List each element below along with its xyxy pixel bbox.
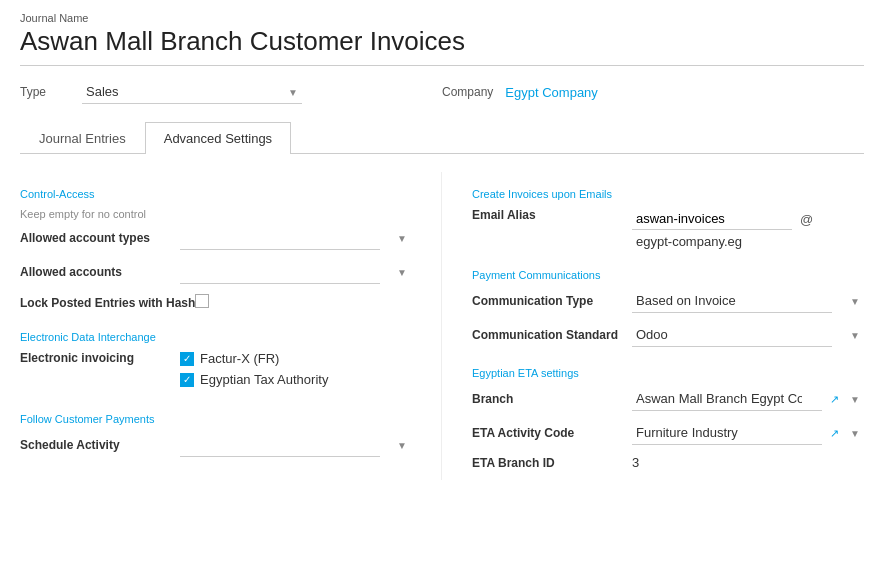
electronic-invoicing-label: Electronic invoicing: [20, 351, 180, 365]
branch-row: Branch Aswan Mall Branch Egypt Company ▼…: [472, 387, 864, 411]
eta-branch-id-value: 3: [632, 455, 864, 470]
communication-type-select-wrapper[interactable]: Based on Invoice ▼: [632, 289, 864, 313]
company-label: Company: [442, 85, 493, 99]
allowed-accounts-label: Allowed accounts: [20, 265, 180, 279]
email-alias-row: Email Alias @ egypt-company.eg: [472, 208, 864, 249]
control-access-section: Control-Access Keep empty for no control…: [20, 188, 411, 311]
allowed-accounts-select[interactable]: [180, 260, 380, 284]
top-fields: Type Sales ▼ Company Egypt Company: [20, 80, 864, 104]
journal-title: Aswan Mall Branch Customer Invoices: [20, 26, 864, 66]
lock-posted-value: [195, 294, 411, 311]
eta-row: Egyptian Tax Authority: [180, 372, 411, 387]
eta-branch-id-row: ETA Branch ID 3: [472, 455, 864, 470]
email-domain: egypt-company.eg: [632, 234, 864, 249]
eta-checkbox[interactable]: [180, 373, 194, 387]
two-col-layout: Control-Access Keep empty for no control…: [20, 172, 864, 480]
communication-type-select[interactable]: Based on Invoice: [632, 289, 832, 313]
schedule-activity-select[interactable]: [180, 433, 380, 457]
tab-journal-entries[interactable]: Journal Entries: [20, 122, 145, 154]
communication-standard-arrow-icon: ▼: [850, 330, 860, 341]
eta-activity-code-row: ETA Activity Code Furniture Industry ▼ ↗: [472, 421, 864, 445]
eta-activity-code-arrow-icon: ▼: [850, 428, 860, 439]
company-link[interactable]: Egypt Company: [505, 85, 598, 100]
branch-label: Branch: [472, 392, 632, 406]
payment-communications-title: Payment Communications: [472, 269, 864, 281]
branch-arrow-icon: ▼: [850, 394, 860, 405]
email-alias-label: Email Alias: [472, 208, 632, 222]
eta-branch-id-label: ETA Branch ID: [472, 456, 632, 470]
control-access-title: Control-Access: [20, 188, 411, 200]
electronic-data-title: Electronic Data Interchange: [20, 331, 411, 343]
egyptian-eta-section: Egyptian ETA settings Branch Aswan Mall …: [472, 367, 864, 470]
lock-posted-label: Lock Posted Entries with Hash: [20, 296, 195, 310]
communication-standard-label: Communication Standard: [472, 328, 632, 342]
allowed-accounts-row: Allowed accounts ▼: [20, 260, 411, 284]
type-field-group: Type Sales ▼: [20, 80, 442, 104]
email-at-symbol: @: [800, 212, 813, 227]
allowed-account-types-arrow-icon: ▼: [397, 233, 407, 244]
eta-activity-code-label: ETA Activity Code: [472, 426, 632, 440]
eta-activity-code-external-link-icon[interactable]: ↗: [830, 427, 839, 440]
eta-activity-code-select[interactable]: Furniture Industry: [632, 421, 822, 445]
communication-type-row: Communication Type Based on Invoice ▼: [472, 289, 864, 313]
create-invoices-title: Create Invoices upon Emails: [472, 188, 864, 200]
eta-branch-id-text: 3: [632, 455, 639, 470]
tabs-container: Journal Entries Advanced Settings: [20, 122, 864, 154]
communication-standard-select-wrapper[interactable]: Odoo ▼: [632, 323, 864, 347]
control-access-sublabel: Keep empty for no control: [20, 208, 411, 220]
branch-select[interactable]: Aswan Mall Branch Egypt Company: [632, 387, 822, 411]
allowed-account-types-row: Allowed account types ▼: [20, 226, 411, 250]
type-label: Type: [20, 85, 70, 99]
communication-type-arrow-icon: ▼: [850, 296, 860, 307]
facturx-checkbox[interactable]: [180, 352, 194, 366]
eta-label: Egyptian Tax Authority: [200, 372, 328, 387]
schedule-activity-arrow-icon: ▼: [397, 440, 407, 451]
allowed-account-types-label: Allowed account types: [20, 231, 180, 245]
tab-advanced-settings[interactable]: Advanced Settings: [145, 122, 291, 154]
electronic-data-section: Electronic Data Interchange Electronic i…: [20, 331, 411, 393]
journal-name-label: Journal Name: [20, 12, 864, 24]
schedule-activity-label: Schedule Activity: [20, 438, 180, 452]
right-column: Create Invoices upon Emails Email Alias …: [442, 172, 864, 480]
eta-activity-code-select-wrapper[interactable]: Furniture Industry ▼ ↗: [632, 421, 864, 445]
follow-payments-section: Follow Customer Payments Schedule Activi…: [20, 413, 411, 457]
allowed-account-types-select[interactable]: [180, 226, 380, 250]
communication-standard-select[interactable]: Odoo: [632, 323, 832, 347]
email-alias-inputs: @: [632, 208, 864, 230]
egyptian-eta-title: Egyptian ETA settings: [472, 367, 864, 379]
communication-standard-row: Communication Standard Odoo ▼: [472, 323, 864, 347]
branch-external-link-icon[interactable]: ↗: [830, 393, 839, 406]
create-invoices-section: Create Invoices upon Emails Email Alias …: [472, 188, 864, 249]
allowed-accounts-arrow-icon: ▼: [397, 267, 407, 278]
email-alias-input[interactable]: [632, 208, 792, 230]
facturx-row: Factur-X (FR): [180, 351, 411, 366]
payment-communications-section: Payment Communications Communication Typ…: [472, 269, 864, 347]
communication-type-label: Communication Type: [472, 294, 632, 308]
type-select-wrapper[interactable]: Sales ▼: [82, 80, 302, 104]
branch-select-wrapper[interactable]: Aswan Mall Branch Egypt Company ▼ ↗: [632, 387, 864, 411]
electronic-invoicing-checkboxes: Factur-X (FR) Egyptian Tax Authority: [180, 351, 411, 393]
lock-posted-checkbox[interactable]: [195, 294, 209, 308]
lock-posted-row: Lock Posted Entries with Hash: [20, 294, 411, 311]
facturx-label: Factur-X (FR): [200, 351, 279, 366]
email-alias-value: @ egypt-company.eg: [632, 208, 864, 249]
type-select[interactable]: Sales: [82, 80, 302, 104]
allowed-accounts-select-wrapper[interactable]: ▼: [180, 260, 411, 284]
company-field-group: Company Egypt Company: [442, 85, 864, 100]
left-column: Control-Access Keep empty for no control…: [20, 172, 442, 480]
follow-payments-title: Follow Customer Payments: [20, 413, 411, 425]
schedule-activity-row: Schedule Activity ▼: [20, 433, 411, 457]
allowed-account-types-select-wrapper[interactable]: ▼: [180, 226, 411, 250]
page-container: Journal Name Aswan Mall Branch Customer …: [0, 0, 884, 492]
schedule-activity-select-wrapper[interactable]: ▼: [180, 433, 411, 457]
electronic-invoicing-row: Electronic invoicing Factur-X (FR) Egypt…: [20, 351, 411, 393]
